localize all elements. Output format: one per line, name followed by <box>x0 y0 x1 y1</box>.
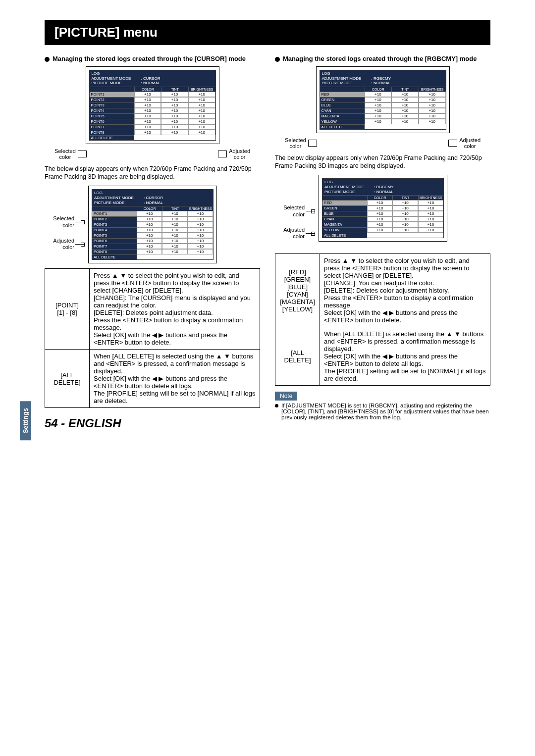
osd-log-label: LOG <box>322 71 444 76</box>
swatch-adjusted-box <box>218 151 227 157</box>
osd-row-value: +10 <box>365 92 392 97</box>
osd-row-value: +10 <box>188 244 213 249</box>
osd-col-color: COLOR <box>137 206 162 211</box>
osd-row[interactable]: POINT1+10+10+10 <box>92 211 213 216</box>
osd-row-value: +10 <box>418 227 443 233</box>
osd-row-value: +10 <box>391 102 419 108</box>
osd-row-value: +10 <box>391 113 419 119</box>
osd-pic-label: PICTURE MODE <box>92 81 141 86</box>
osd-adj-label: ADJUSTMENT MODE <box>92 76 141 81</box>
osd-row-value: +10 <box>188 233 213 238</box>
left-heading-text: Managing the stored logs created through… <box>53 55 246 62</box>
osd-row[interactable]: POINT5+10+10+10 <box>92 233 213 238</box>
osd-row-value: +10 <box>188 222 213 227</box>
osd-row-value: +10 <box>392 227 418 233</box>
side-tab-settings: Settings <box>20 401 31 440</box>
page-title: [PICTURE] menu <box>45 20 490 45</box>
osd-row-value: +10 <box>367 205 392 211</box>
osd-row[interactable]: CYAN+10+10+10 <box>322 216 443 222</box>
osd-row-value: +10 <box>161 119 188 124</box>
instr-point-label: [POINT] [1] - [8] <box>45 269 90 350</box>
osd-pic-val: : NORMAL <box>144 201 211 205</box>
osd-row-value: +10 <box>188 119 215 124</box>
osd-row-value: +10 <box>367 227 392 233</box>
osd-col-bright: BRIGHTNESS <box>188 87 215 92</box>
osd-row[interactable]: GREEN+10+10+10 <box>322 205 443 211</box>
osd-row-value: +10 <box>137 222 162 227</box>
right-column: Managing the stored logs created through… <box>275 55 490 420</box>
osd-row[interactable]: POINT5+10+10+10 <box>90 113 215 119</box>
osd-row-value: +10 <box>188 216 213 222</box>
instr-alldelete-label: [ALL DELETE] <box>45 350 90 408</box>
osd-log-label: LOG <box>94 191 211 196</box>
instr-point-text: Press ▲ ▼ to select the point you wish t… <box>90 269 260 350</box>
osd-row-name: POINT4 <box>90 108 134 113</box>
osd-row[interactable]: MAGENTA+10+10+10 <box>320 113 446 119</box>
osd-row-value: +10 <box>188 97 215 102</box>
osd-all-delete[interactable]: ALL DELETE <box>320 124 365 129</box>
osd-row[interactable]: POINT6+10+10+10 <box>90 119 215 124</box>
bullet-icon <box>45 57 50 62</box>
osd-pic-val: : NORMAL <box>141 81 214 86</box>
osd-row-name: POINT1 <box>90 92 134 97</box>
osd-row-name: CYAN <box>320 108 365 113</box>
osd-row-value: +10 <box>367 216 392 222</box>
osd-row[interactable]: POINT6+10+10+10 <box>92 238 213 244</box>
osd-pic-label: PICTURE MODE <box>322 81 372 86</box>
osd-row-name: POINT7 <box>92 244 137 249</box>
osd-row[interactable]: POINT1+10+10+10 <box>90 92 215 97</box>
osd-row-value: +10 <box>419 92 446 97</box>
osd-row-name: POINT5 <box>90 113 134 119</box>
osd-row-name: POINT2 <box>90 97 134 102</box>
osd-all-delete[interactable]: ALL DELETE <box>92 254 137 259</box>
osd-row-value: +10 <box>188 227 213 233</box>
osd-row[interactable]: RED+10+10+10 <box>322 200 443 205</box>
osd-row-value: +10 <box>162 244 187 249</box>
osd-row-name: MAGENTA <box>322 222 367 227</box>
osd-row[interactable]: YELLOW+10+10+10 <box>320 119 446 124</box>
osd-row-value: +10 <box>137 249 162 254</box>
osd-adj-val: : RGBCMY <box>374 185 441 190</box>
osd-row[interactable]: POINT8+10+10+10 <box>90 130 215 135</box>
osd-row[interactable]: BLUE+10+10+10 <box>320 102 446 108</box>
left-osd-1: LOG ADJUSTMENT MODE: CURSOR PICTURE MODE… <box>86 66 219 144</box>
osd-row[interactable]: CYAN+10+10+10 <box>320 108 446 113</box>
osd-row[interactable]: POINT2+10+10+10 <box>92 216 213 222</box>
osd-row[interactable]: POINT2+10+10+10 <box>90 97 215 102</box>
osd-row-value: +10 <box>161 102 188 108</box>
osd-all-delete[interactable]: ALL DELETE <box>322 233 367 238</box>
osd-row-name: BLUE <box>320 102 365 108</box>
osd-row[interactable]: POINT4+10+10+10 <box>92 227 213 233</box>
osd-row[interactable]: POINT7+10+10+10 <box>92 244 213 249</box>
osd-row-value: +10 <box>162 216 187 222</box>
osd-row[interactable]: POINT8+10+10+10 <box>92 249 213 254</box>
osd-adj-label: ADJUSTMENT MODE <box>324 185 374 190</box>
osd-row[interactable]: GREEN+10+10+10 <box>320 97 446 102</box>
osd-row[interactable]: POINT7+10+10+10 <box>90 124 215 130</box>
osd-row-value: +10 <box>161 113 188 119</box>
osd-row[interactable]: POINT3+10+10+10 <box>92 222 213 227</box>
osd-row[interactable]: RED+10+10+10 <box>320 92 446 97</box>
osd-row-value: +10 <box>188 211 213 216</box>
osd-row-value: +10 <box>418 205 443 211</box>
side-selected: Selected color <box>53 215 74 228</box>
osd-row-value: +10 <box>162 211 187 216</box>
osd-adj-val: : CURSOR <box>144 196 211 201</box>
osd-col-color: COLOR <box>367 196 392 200</box>
osd-row-name: POINT7 <box>90 124 134 130</box>
osd-row[interactable]: POINT3+10+10+10 <box>90 102 215 108</box>
osd-row-value: +10 <box>391 119 419 124</box>
osd-row-value: +10 <box>365 119 392 124</box>
osd-row-value: +10 <box>134 92 161 97</box>
osd-row-name: RED <box>322 200 367 205</box>
right-osd-1: LOG ADJUSTMENT MODE: RGBCMY PICTURE MODE… <box>316 66 450 133</box>
osd-all-delete[interactable]: ALL DELETE <box>90 135 134 140</box>
left-instruction-table: [POINT] [1] - [8] Press ▲ ▼ to select th… <box>45 268 260 408</box>
osd-row[interactable]: MAGENTA+10+10+10 <box>322 222 443 227</box>
osd-row-name: POINT5 <box>92 233 137 238</box>
osd-row[interactable]: YELLOW+10+10+10 <box>322 227 443 233</box>
osd-row[interactable]: BLUE+10+10+10 <box>322 211 443 216</box>
osd-row[interactable]: POINT4+10+10+10 <box>90 108 215 113</box>
osd-row-value: +10 <box>162 233 187 238</box>
osd-row-value: +10 <box>161 92 188 97</box>
